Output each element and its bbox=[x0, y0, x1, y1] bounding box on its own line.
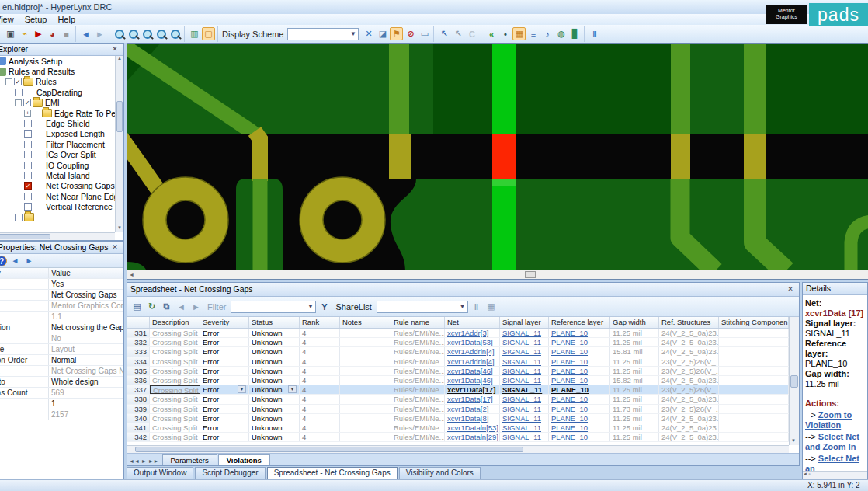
cell-net[interactable]: xcvr1Data[46] bbox=[445, 367, 500, 375]
globe-icon[interactable]: ◍ bbox=[554, 27, 568, 40]
display-scheme-combobox[interactable]: ▼ bbox=[287, 28, 359, 40]
cell-stitching[interactable] bbox=[719, 347, 789, 356]
cell-status[interactable]: Unknown bbox=[249, 357, 300, 366]
cell-rule_name[interactable]: Rules/EMI/Ne... bbox=[391, 395, 445, 403]
menu-item-help[interactable]: Help bbox=[57, 15, 75, 24]
column-header-Net[interactable]: Net bbox=[445, 317, 500, 328]
cell-rank[interactable]: 4 bbox=[300, 367, 340, 375]
cell-signal_layer[interactable]: SIGNAL_11 bbox=[500, 423, 549, 432]
scroll-down-icon[interactable]: ▼ bbox=[790, 438, 797, 445]
property-row[interactable]: SchemaNet Crossing Gaps N... bbox=[0, 366, 123, 377]
cell-severity[interactable]: Error bbox=[200, 376, 249, 385]
violation-highlight[interactable] bbox=[492, 134, 516, 179]
cell-signal_layer[interactable]: SIGNAL_11 bbox=[500, 329, 549, 337]
column-header-Notes[interactable]: Notes bbox=[340, 317, 391, 328]
property-row[interactable]: NameNet Crossing Gaps bbox=[0, 290, 123, 301]
table-row[interactable]: 333Crossing SplitErrorUnknown4Rules/EMI/… bbox=[127, 347, 789, 357]
cell-description[interactable]: Crossing Split bbox=[150, 347, 200, 356]
tree-item-rules[interactable]: −Rules bbox=[0, 77, 123, 87]
close-icon[interactable]: ✕ bbox=[109, 242, 120, 253]
cell-rank[interactable]: 4 bbox=[300, 329, 340, 337]
dock-tab-visibility-and-colors[interactable]: Visibility and Colors bbox=[399, 467, 481, 479]
properties-title-bar[interactable]: Properties: Net Crossing Gaps ✕ bbox=[0, 242, 123, 254]
cell-severity[interactable]: Error bbox=[200, 357, 249, 366]
menu-item-setup[interactable]: Setup bbox=[25, 15, 47, 24]
cell-rule_name[interactable]: Rules/EMI/Ne... bbox=[391, 347, 445, 356]
rule-checkbox[interactable] bbox=[33, 110, 40, 117]
cell-net[interactable]: xcvr1Data[8] bbox=[445, 414, 500, 423]
cell-signal_layer[interactable]: SIGNAL_11 bbox=[500, 414, 549, 423]
refresh-icon[interactable]: ↻ bbox=[145, 300, 158, 313]
cell-rule_name[interactable]: Rules/EMI/Ne... bbox=[391, 357, 445, 366]
pause-icon[interactable]: ‖ bbox=[470, 300, 483, 313]
rule-checkbox[interactable] bbox=[24, 193, 32, 200]
cell-ref_structures[interactable]: 24(V_2_5_0a)23... bbox=[659, 376, 719, 385]
save-icon[interactable]: ▣ bbox=[4, 27, 17, 40]
cell-rank[interactable]: 4 bbox=[300, 357, 340, 366]
cell-stitching[interactable] bbox=[719, 395, 789, 403]
cell-net[interactable]: xcvr1Data[17] bbox=[445, 385, 500, 394]
cell-severity[interactable]: Error bbox=[200, 414, 249, 423]
cell-reference_layer[interactable]: PLANE_10 bbox=[549, 395, 610, 403]
table-row[interactable]: 338Crossing SplitErrorUnknown4Rules/EMI/… bbox=[127, 395, 789, 404]
property-row[interactable]: EnabledYes bbox=[0, 279, 123, 290]
table-row[interactable]: 331Crossing SplitErrorUnknown4Rules/EMI/… bbox=[127, 329, 789, 338]
cell-stitching[interactable] bbox=[719, 405, 789, 413]
explorer-vertical-scrollbar[interactable]: ▲ ▼ bbox=[115, 56, 123, 232]
tree-item-net-crossing-gaps[interactable]: Net Crossing Gaps bbox=[0, 181, 123, 191]
dot-icon[interactable]: • bbox=[498, 27, 512, 40]
cell-rank[interactable]: 4 bbox=[300, 414, 340, 423]
list-icon[interactable]: ≡ bbox=[526, 27, 540, 40]
cell-status[interactable]: Unknown▼ bbox=[249, 385, 300, 394]
rule-checkbox[interactable] bbox=[24, 162, 32, 169]
cell-rule_name[interactable]: Rules/EMI/Ne... bbox=[391, 433, 445, 441]
cell-stitching[interactable] bbox=[719, 385, 789, 394]
cell-signal_layer[interactable]: SIGNAL_11 bbox=[500, 395, 549, 403]
scroll-thumb[interactable] bbox=[0, 234, 50, 239]
cell-status[interactable]: Unknown bbox=[249, 414, 300, 423]
cell-notes[interactable] bbox=[340, 376, 391, 385]
cell-description[interactable]: Crossing Split bbox=[150, 329, 200, 337]
rule-checkbox[interactable] bbox=[15, 214, 23, 221]
zoom-in-icon[interactable] bbox=[113, 27, 126, 40]
pcb-horizontal-scrollbar[interactable]: ◄ bbox=[127, 270, 868, 279]
cell-reference_layer[interactable]: PLANE_10 bbox=[549, 329, 610, 337]
cell-severity[interactable]: Error bbox=[200, 405, 249, 413]
cell-stitching[interactable] bbox=[719, 376, 789, 385]
cell-description[interactable]: Crossing Split bbox=[150, 405, 200, 413]
note-box-icon[interactable]: ▭ bbox=[418, 27, 431, 40]
tree-item-filter-placement[interactable]: Filter Placement bbox=[0, 139, 123, 149]
tree-item-edge-rate-to-period[interactable]: +Edge Rate To Period bbox=[0, 108, 123, 118]
tree-item-vertical-reference-pla[interactable]: Vertical Reference Pla bbox=[0, 201, 123, 211]
cell-severity[interactable]: Error bbox=[200, 367, 249, 375]
table-icon[interactable]: ▦ bbox=[484, 300, 498, 313]
cell-description[interactable]: Crossing Split bbox=[150, 414, 200, 423]
pointer-icon[interactable]: ↖ bbox=[437, 27, 450, 40]
cell-severity[interactable]: Error bbox=[200, 338, 249, 346]
dock-tab-spreadsheet-net-crossing-gaps[interactable]: Spreadsheet - Net Crossing Gaps bbox=[267, 467, 398, 479]
back-icon[interactable]: ◄ bbox=[9, 255, 21, 266]
cell-notes[interactable] bbox=[340, 347, 391, 356]
cell-rule_name[interactable]: Rules/EMI/Ne... bbox=[391, 405, 445, 413]
rule-checkbox[interactable] bbox=[14, 78, 22, 85]
cell-status[interactable]: Unknown bbox=[249, 338, 300, 346]
tree-item-net-near-plane-edge[interactable]: Net Near Plane Edge bbox=[0, 191, 123, 201]
table-row[interactable]: 334Crossing SplitErrorUnknown4Rules/EMI/… bbox=[127, 357, 789, 367]
cell-severity[interactable]: Error bbox=[200, 347, 249, 356]
cell-reference_layer[interactable]: PLANE_10 bbox=[549, 357, 610, 366]
property-row[interactable]: VendorMentor Graphics Corp. bbox=[0, 301, 123, 312]
export-icon[interactable]: ▤ bbox=[130, 300, 144, 313]
scroll-thumb[interactable] bbox=[525, 271, 536, 278]
cell-status[interactable]: Unknown bbox=[249, 395, 300, 403]
cell-rank[interactable]: 4 bbox=[300, 338, 340, 346]
close-icon[interactable]: ✕ bbox=[109, 44, 120, 55]
cell-description[interactable]: Crossing Split bbox=[150, 433, 200, 441]
pause-icon[interactable]: ‖ bbox=[588, 27, 601, 40]
scroll-thumb[interactable] bbox=[116, 101, 123, 132]
cell-severity[interactable]: Error bbox=[200, 423, 249, 432]
cell-reference_layer[interactable]: PLANE_10 bbox=[549, 347, 610, 356]
cell-ref_structures[interactable]: 24(V_2_5_0a)23... bbox=[659, 414, 719, 423]
cell-gap_width[interactable]: 11.73 mil bbox=[610, 405, 659, 413]
property-row[interactable]: Rule typeLayout bbox=[0, 344, 123, 355]
cell-status[interactable]: Unknown bbox=[249, 347, 300, 356]
